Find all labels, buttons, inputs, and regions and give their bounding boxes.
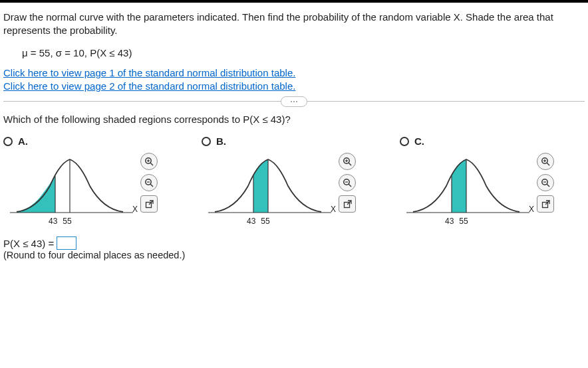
svg-line-28: [547, 163, 549, 165]
option-c-tick2: 55: [459, 217, 468, 226]
normal-curve-b: [202, 149, 335, 223]
radio-option-b[interactable]: [202, 137, 211, 146]
svg-line-8: [150, 184, 153, 187]
option-a-tick1: 43: [49, 217, 57, 226]
zoom-in-icon[interactable]: [140, 153, 158, 170]
option-b-header: B.: [202, 136, 386, 147]
link-table-page-2[interactable]: Click here to view page 2 of the standar…: [3, 80, 585, 93]
answer-row: P(X ≤ 43) =: [3, 236, 585, 250]
answer-prefix: P(X ≤ 43) =: [3, 238, 54, 249]
option-b-graph: X 43 55: [202, 149, 335, 225]
option-b-ticks: 43 55: [247, 217, 270, 226]
answer-input[interactable]: [57, 236, 76, 250]
option-c-tools: [537, 153, 554, 213]
popout-icon[interactable]: [140, 195, 158, 213]
zoom-out-icon[interactable]: [339, 174, 356, 191]
svg-line-20: [349, 184, 351, 187]
option-a-tick2: 55: [63, 217, 71, 226]
normal-curve-a: [3, 149, 136, 223]
option-b-axis-label: X: [331, 205, 336, 214]
options-row: A. X 43 55: [3, 136, 585, 225]
popout-icon[interactable]: [339, 195, 356, 213]
zoom-in-icon[interactable]: [537, 153, 554, 170]
option-a: A. X 43 55: [3, 136, 188, 225]
option-a-tools: [140, 153, 158, 213]
option-b-graph-row: X 43 55: [202, 149, 386, 225]
popout-icon[interactable]: [537, 195, 554, 213]
radio-option-a[interactable]: [3, 137, 13, 146]
option-c-tick1: 43: [445, 217, 454, 226]
option-b-tick1: 43: [247, 217, 255, 226]
parameters-text: μ = 55, σ = 10, P(X ≤ 43): [22, 47, 585, 58]
option-a-axis-label: X: [132, 205, 138, 214]
link-table-page-1[interactable]: Click here to view page 1 of the standar…: [3, 66, 585, 80]
section-divider: [3, 101, 585, 102]
option-b-label: B.: [216, 136, 226, 147]
option-c-axis-label: X: [529, 205, 534, 214]
option-a-label: A.: [18, 136, 28, 147]
expand-pill[interactable]: [281, 96, 307, 107]
option-c-graph: X 43 55: [400, 149, 533, 225]
zoom-out-icon[interactable]: [140, 174, 158, 191]
option-a-header: A.: [3, 136, 188, 147]
option-a-ticks: 43 55: [49, 217, 72, 226]
normal-curve-c: [400, 149, 533, 223]
option-c: C. X 43 55: [400, 136, 585, 225]
question-text: Which of the following shaded regions co…: [3, 114, 585, 125]
radio-option-c[interactable]: [400, 137, 409, 146]
option-a-graph: X 43 55: [3, 149, 136, 225]
option-b-tools: [339, 153, 356, 213]
option-c-graph-row: X 43 55: [400, 149, 585, 225]
option-a-graph-row: X 43 55: [3, 149, 188, 225]
svg-line-16: [349, 163, 351, 165]
zoom-out-icon[interactable]: [537, 174, 554, 191]
zoom-in-icon[interactable]: [339, 153, 356, 170]
option-b: B. X 43 55: [202, 136, 386, 225]
content-area: Draw the normal curve with the parameter…: [0, 3, 588, 260]
option-c-header: C.: [400, 136, 585, 147]
option-c-ticks: 43 55: [445, 217, 468, 226]
option-c-label: C.: [414, 136, 424, 147]
rounding-hint: (Round to four decimal places as needed.…: [3, 250, 585, 260]
instruction-text: Draw the normal curve with the parameter…: [3, 11, 585, 38]
svg-line-4: [150, 163, 153, 165]
svg-line-32: [547, 184, 549, 187]
reference-links: Click here to view page 1 of the standar…: [3, 66, 585, 94]
option-b-tick2: 55: [261, 217, 269, 226]
